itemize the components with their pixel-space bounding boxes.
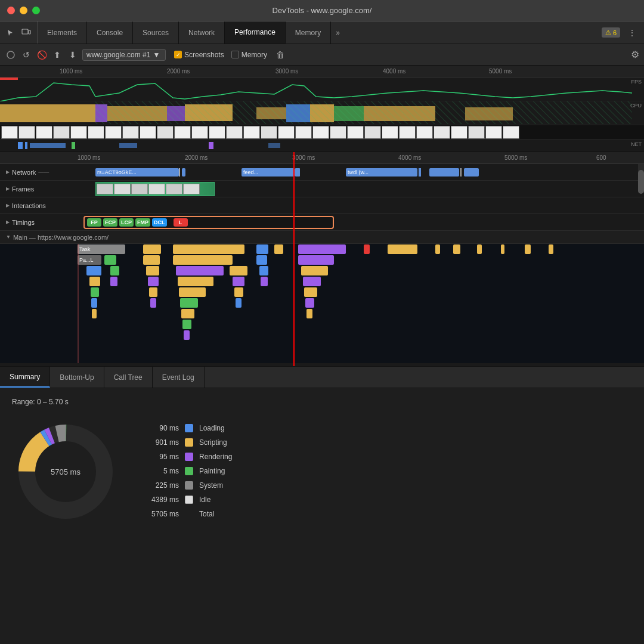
screenshot-thumb[interactable]	[312, 126, 329, 139]
screenshot-thumb[interactable]	[399, 126, 416, 139]
screenshot-thumb[interactable]	[347, 126, 364, 139]
tab-elements[interactable]: Elements	[38, 21, 87, 44]
close-button[interactable]	[7, 7, 15, 14]
time-mark-2: 2000 ms	[167, 68, 190, 75]
screenshot-thumb[interactable]	[1, 126, 18, 139]
device-icon[interactable]	[19, 26, 33, 40]
screenshots-checkbox-box[interactable]	[174, 51, 182, 58]
timing-lcp: LCP	[119, 218, 134, 227]
reload-button[interactable]: ↺	[20, 49, 32, 61]
screenshot-thumb[interactable]	[174, 126, 191, 139]
time-mark-1: 1000 ms	[60, 68, 82, 75]
tab-bar: Elements Console Sources Network Perform…	[0, 21, 644, 44]
screenshot-thumb[interactable]	[416, 126, 433, 139]
tab-event-log[interactable]: Event Log	[153, 367, 205, 388]
timing-l: L	[174, 218, 188, 227]
net-label: NET	[631, 141, 642, 147]
window-title: DevTools - www.google.com/	[273, 6, 372, 15]
tab-sources[interactable]: Sources	[133, 21, 179, 44]
clear-button[interactable]: 🚫	[36, 49, 48, 61]
screenshot-thumb[interactable]	[36, 126, 52, 139]
screenshot-thumb[interactable]	[157, 126, 174, 139]
frames-bar	[95, 182, 215, 196]
network-track-label[interactable]: ▶ Network ——	[0, 169, 78, 176]
screenshot-thumb[interactable]	[209, 126, 225, 139]
screenshot-thumb[interactable]	[485, 126, 502, 139]
settings-icon[interactable]: ⚙	[631, 49, 639, 60]
tab-bottom-up[interactable]: Bottom-Up	[50, 367, 104, 388]
screenshot-thumb[interactable]	[382, 126, 398, 139]
screenshot-thumb[interactable]	[451, 126, 467, 139]
flame-row-4	[0, 276, 644, 287]
minimize-button[interactable]	[20, 7, 27, 14]
memory-checkbox[interactable]: Memory	[231, 51, 267, 59]
screenshot-thumb[interactable]	[88, 126, 104, 139]
screenshot-thumb[interactable]	[53, 126, 70, 139]
tab-network[interactable]: Network	[179, 21, 225, 44]
screenshot-thumb[interactable]	[18, 126, 35, 139]
fps-chart: FPS	[0, 78, 644, 101]
tab-call-tree[interactable]: Call Tree	[104, 367, 153, 388]
delete-recording-button[interactable]: 🗑	[274, 49, 286, 61]
flame-row-2: Pa...L	[0, 255, 644, 265]
screenshot-thumb[interactable]	[122, 126, 139, 139]
interactions-track-label[interactable]: ▶ Interactions	[0, 202, 78, 209]
screenshot-thumb[interactable]	[295, 126, 312, 139]
timings-track-label[interactable]: ▶ Timings	[0, 219, 78, 226]
screenshot-thumb[interactable]	[243, 126, 260, 139]
screenshot-thumb[interactable]	[503, 126, 519, 139]
screenshot-thumb[interactable]	[278, 126, 295, 139]
screenshot-thumb[interactable]	[226, 126, 243, 139]
screenshot-thumb[interactable]	[70, 126, 87, 139]
record-button[interactable]	[5, 49, 17, 61]
cpu-chart: CPU	[0, 101, 644, 125]
screenshot-thumb[interactable]	[140, 126, 156, 139]
memory-checkbox-box[interactable]	[231, 51, 239, 58]
system-color	[185, 481, 193, 490]
playhead-line	[293, 152, 295, 366]
upload-button[interactable]: ⬆	[51, 49, 63, 61]
flame-row-5	[0, 287, 644, 298]
main-track-header[interactable]: ▼ Main — https://www.google.com/	[0, 231, 644, 244]
more-options-icon[interactable]: ⋮	[625, 26, 639, 40]
more-tabs-button[interactable]: »	[331, 21, 345, 44]
flame-row-7	[0, 308, 644, 319]
screenshot-thumb[interactable]	[364, 126, 381, 139]
scripting-color	[185, 438, 193, 447]
task-block[interactable]: Task	[78, 244, 125, 254]
network-item-1[interactable]: rs=ACT9oGkE...	[95, 168, 179, 177]
screenshot-thumb[interactable]	[261, 126, 277, 139]
tab-summary[interactable]: Summary	[0, 367, 50, 388]
frames-track-label[interactable]: ▶ Frames	[0, 185, 78, 193]
download-button[interactable]: ⬇	[67, 49, 79, 61]
network-connector	[179, 168, 180, 177]
svg-rect-3	[0, 104, 95, 122]
bottom-panel: Summary Bottom-Up Call Tree Event Log Ra…	[0, 367, 644, 535]
svg-point-2	[7, 51, 14, 58]
flame-mark-4: 4000 ms	[398, 154, 421, 161]
tab-memory[interactable]: Memory	[286, 21, 331, 44]
screenshot-thumb[interactable]	[191, 126, 208, 139]
legend-total: 5705 ms Total	[143, 510, 232, 518]
tab-console[interactable]: Console	[87, 21, 133, 44]
scrollbar-track	[638, 164, 644, 180]
timings-track-content: FP FCP LCP FMP DCL L	[78, 214, 644, 230]
tab-performance[interactable]: Performance	[225, 21, 286, 44]
main-track-content: Task Pa...L	[0, 244, 644, 363]
maximize-button[interactable]	[32, 7, 40, 14]
timing-dcl: DCL	[152, 218, 167, 227]
screenshot-thumb[interactable]	[330, 126, 346, 139]
screenshot-thumb[interactable]	[434, 126, 450, 139]
network-item-2[interactable]: feed...	[242, 168, 295, 177]
screenshot-thumb[interactable]	[468, 126, 485, 139]
parse-block[interactable]: Pa...L	[78, 255, 101, 265]
range-text: Range: 0 – 5.70 s	[12, 398, 632, 406]
url-selector[interactable]: www.google.com #1 ▼	[82, 49, 166, 61]
warning-badge[interactable]: ⚠ 6	[602, 27, 620, 38]
cursor-icon[interactable]	[4, 26, 18, 40]
network-item-3[interactable]: twdl (w...	[346, 168, 417, 177]
svg-rect-19	[72, 142, 75, 149]
screenshots-checkbox[interactable]: Screenshots	[174, 51, 224, 59]
flame-mark-3: 3000 ms	[292, 154, 315, 161]
screenshot-thumb[interactable]	[105, 126, 122, 139]
